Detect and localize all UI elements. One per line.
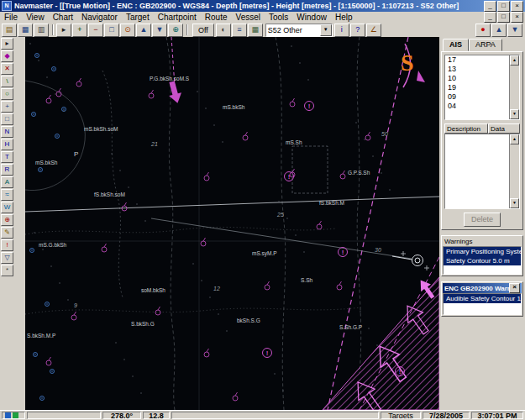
chart-region-letter: S xyxy=(401,50,414,76)
delete-button[interactable]: Delete xyxy=(464,213,501,227)
save-button[interactable]: ▦ xyxy=(18,24,33,37)
scroll-up-icon[interactable]: ▲ xyxy=(510,55,519,66)
chartpoint-tool-icon: ◆ xyxy=(4,53,9,60)
sounding-dot xyxy=(132,375,133,376)
close-icon[interactable]: × xyxy=(511,1,523,12)
head-up-button[interactable]: H xyxy=(1,139,13,150)
menu-tools[interactable]: Tools xyxy=(265,13,292,22)
depth-sounding: 9 xyxy=(74,302,77,308)
cursor-button[interactable]: ▸ xyxy=(56,24,71,37)
rotate-view-button[interactable]: ⊕ xyxy=(168,24,183,37)
chevron-down-icon[interactable]: ▼ xyxy=(320,24,332,36)
anchor-watch-button[interactable]: A xyxy=(1,176,13,188)
main-toolbar: ▤▦▥ ▸+−□⊙▲▼⊕ Off ◐≡▦ S52 Other ▼ i?∠ ●▲▼ xyxy=(0,23,525,38)
menu-help[interactable]: Help xyxy=(331,13,357,22)
vrm-tool-button[interactable]: ○ xyxy=(1,88,13,100)
zoom-area-button[interactable]: □ xyxy=(104,24,119,37)
menu-file[interactable]: File xyxy=(0,13,22,22)
scroll-up-icon[interactable]: ▲ xyxy=(510,134,519,144)
off-button[interactable]: Off xyxy=(192,24,214,37)
seabed-label: fS.bkSh.soM xyxy=(94,192,125,197)
grid-header-data[interactable]: Data xyxy=(488,123,520,134)
target-detail-grid: Description Data ▲ ▼ xyxy=(444,123,520,209)
notes-tool-button[interactable]: ✎ xyxy=(1,227,13,239)
scale-down-button[interactable]: ▼ xyxy=(152,24,167,37)
date-readout: 7/28/2005 xyxy=(423,412,470,419)
warning-item[interactable]: Safety Contour 5.0 m xyxy=(444,256,521,265)
target-list-item[interactable]: 10 xyxy=(445,74,509,83)
wind-tool-icon: W xyxy=(4,204,11,211)
target-list-scrollbar[interactable]: ▲ ▼ xyxy=(509,55,519,119)
menu-view[interactable]: View xyxy=(22,13,49,22)
open-chart-button[interactable]: ▤ xyxy=(2,24,17,37)
pan-tool-button[interactable]: + xyxy=(1,101,13,113)
layers-button[interactable]: ≡ xyxy=(232,24,247,37)
alarm-button[interactable]: ● xyxy=(475,24,491,37)
target-tool-button[interactable]: ⊕ xyxy=(1,214,13,226)
zoom-in-button[interactable]: + xyxy=(72,24,87,37)
grid-header-description[interactable]: Description xyxy=(444,123,488,134)
grid-button[interactable]: ▦ xyxy=(248,24,263,37)
target-tab-pane: 171310190904 ▲ ▼ Description Data ▲ ▼ De… xyxy=(441,51,523,230)
menu-vessel[interactable]: Vessel xyxy=(232,13,265,22)
menu-route[interactable]: Route xyxy=(201,13,232,22)
sounding-dot xyxy=(42,249,43,249)
scroll-down-icon[interactable]: ▼ xyxy=(510,109,519,119)
settings-tool-button[interactable]: * xyxy=(1,265,13,276)
info-button[interactable]: i xyxy=(334,24,349,37)
print-button[interactable]: ▥ xyxy=(34,24,49,37)
menu-target[interactable]: Target xyxy=(122,13,154,22)
tide-tool-button[interactable]: ≈ xyxy=(1,189,13,201)
warning-item[interactable]: Primary Positioning System datum xyxy=(444,247,521,256)
center-ship-button[interactable]: ⊙ xyxy=(120,24,135,37)
scroll-down-button[interactable]: ▼ xyxy=(507,24,522,37)
grid-headers: Description Data xyxy=(444,123,520,134)
scale-up-button[interactable]: ▲ xyxy=(136,24,151,37)
tab-ais[interactable]: AIS xyxy=(443,39,469,51)
route-tool-button[interactable]: ✕ xyxy=(1,63,13,75)
sounding-dot xyxy=(29,43,30,44)
minimize-icon[interactable]: _ xyxy=(484,1,496,12)
target-list-item[interactable]: 13 xyxy=(445,65,509,74)
select-tool-button[interactable]: ▸ xyxy=(1,38,13,50)
scroll-down-icon[interactable]: ▼ xyxy=(510,198,519,208)
menu-navigator[interactable]: Navigator xyxy=(77,13,122,22)
chart-area[interactable]: S P.G.bkSh.soM.SmS.bkShmS.bkSh.soMmS.ShP… xyxy=(25,37,439,410)
wind-tool-button[interactable]: W xyxy=(1,202,13,213)
relative-motion-button[interactable]: R xyxy=(1,164,13,176)
pan-tool-icon: + xyxy=(5,103,9,110)
maximize-icon[interactable]: □ xyxy=(497,1,510,12)
alarm-zones-button[interactable]: ! xyxy=(1,239,13,251)
grid-scrollbar[interactable]: ▲ ▼ xyxy=(509,134,519,208)
zoom-out-button[interactable]: − xyxy=(88,24,103,37)
day-night-button[interactable]: ◐ xyxy=(216,24,231,37)
menu-chart[interactable]: Chart xyxy=(49,13,77,22)
target-list-item[interactable]: 09 xyxy=(445,92,509,102)
menu-window[interactable]: Window xyxy=(292,13,331,22)
mdi-restore-icon[interactable]: □ xyxy=(497,12,510,23)
tab-arpa[interactable]: ARPA xyxy=(469,39,502,51)
ebl-tool-button[interactable]: \ xyxy=(1,76,13,87)
query-button[interactable]: ? xyxy=(350,24,365,37)
chartpoint-tool-button[interactable]: ◆ xyxy=(1,50,13,62)
depth-tool-button[interactable]: ▽ xyxy=(1,252,13,264)
palette-select[interactable]: S52 Other ▼ xyxy=(265,24,333,37)
sounding-dot xyxy=(46,76,47,77)
target-list-item[interactable]: 17 xyxy=(445,55,509,65)
scroll-up-button[interactable]: ▲ xyxy=(491,24,507,37)
targets-label[interactable]: Targets xyxy=(381,412,421,419)
close-icon[interactable]: × xyxy=(509,283,520,293)
mdi-minimize-icon[interactable]: _ xyxy=(484,12,496,23)
menu-chartpoint[interactable]: Chartpoint xyxy=(154,13,201,22)
north-up-button[interactable]: N xyxy=(1,126,13,138)
true-motion-button[interactable]: T xyxy=(1,151,13,163)
target-list-item[interactable]: 04 xyxy=(445,102,509,111)
measure-button[interactable]: ∠ xyxy=(366,24,381,37)
app-icon[interactable]: N xyxy=(2,1,12,11)
right-panel: AIS ARPA 171310190904 ▲ ▼ Description Da… xyxy=(439,37,525,410)
enc-warning-item[interactable]: Audible Safety Contour 10.0 m xyxy=(444,294,521,303)
toolbar-separator xyxy=(52,24,54,35)
mdi-close-icon[interactable]: × xyxy=(511,12,523,23)
target-list-item[interactable]: 19 xyxy=(445,83,509,92)
zoom-window-button[interactable]: □ xyxy=(1,113,13,125)
